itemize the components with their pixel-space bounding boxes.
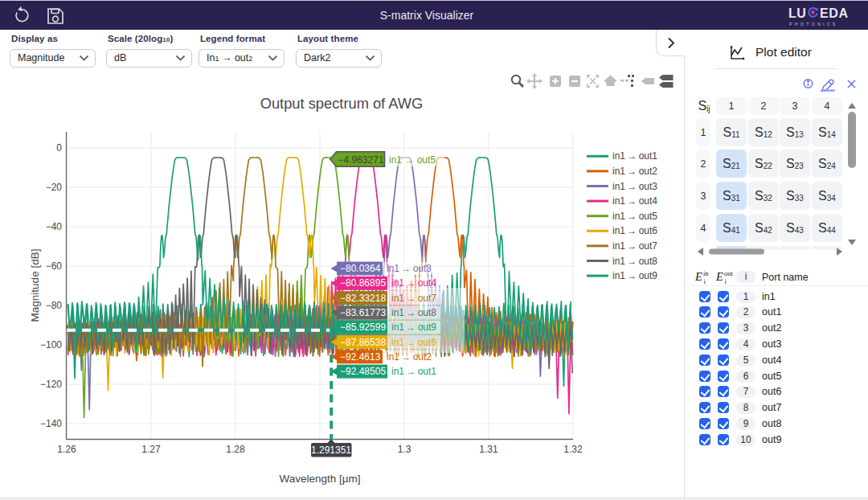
svg-text:−140: −140 <box>40 418 62 429</box>
svg-text:−92.48505: −92.48505 <box>340 366 386 377</box>
svg-text:in1 → out5: in1 → out5 <box>389 154 436 166</box>
svg-text:−87.86538: −87.86538 <box>340 337 386 348</box>
svg-text:in1 → out3: in1 → out3 <box>612 181 657 192</box>
svg-text:1.28: 1.28 <box>226 444 245 455</box>
svg-text:−120: −120 <box>40 379 62 390</box>
svg-text:in1 → out9: in1 → out9 <box>391 322 436 333</box>
svg-text:in1 → out1: in1 → out1 <box>391 366 436 377</box>
svg-text:LU: LU <box>788 6 807 20</box>
svg-text:Wavelength [µm]: Wavelength [µm] <box>279 473 360 485</box>
svg-text:in1 → out4: in1 → out4 <box>612 195 657 207</box>
svg-text:E: E <box>695 270 702 283</box>
svg-text:−100: −100 <box>40 339 62 350</box>
svg-text:1.32: 1.32 <box>563 444 583 455</box>
svg-text:−83.61773: −83.61773 <box>340 307 386 318</box>
svg-text:i: i <box>725 277 727 285</box>
svg-text:in1 → out9: in1 → out9 <box>612 270 657 281</box>
svg-text:−82.33218: −82.33218 <box>340 293 386 304</box>
svg-text:in1 → out4: in1 → out4 <box>391 277 436 289</box>
svg-text:in1 → out7: in1 → out7 <box>391 293 436 304</box>
svg-text:1.31: 1.31 <box>479 444 498 455</box>
svg-text:1.291351: 1.291351 <box>311 445 351 456</box>
svg-text:in1 → out5: in1 → out5 <box>612 211 657 222</box>
svg-text:−4.963271: −4.963271 <box>338 154 384 166</box>
svg-text:in1 → out6: in1 → out6 <box>391 337 436 348</box>
svg-text:in1 → out2: in1 → out2 <box>612 166 657 177</box>
svg-text:PHOTONICS: PHOTONICS <box>789 22 838 27</box>
svg-text:−20: −20 <box>46 182 63 193</box>
svg-text:0: 0 <box>56 142 62 154</box>
svg-text:i: i <box>704 277 706 285</box>
svg-text:out: out <box>724 269 734 277</box>
svg-text:in1 → out6: in1 → out6 <box>612 225 657 236</box>
svg-text:−40: −40 <box>46 221 63 232</box>
svg-text:−92.4613: −92.4613 <box>340 351 381 363</box>
svg-text:1.27: 1.27 <box>141 444 161 455</box>
svg-text:in1 → out3: in1 → out3 <box>387 263 432 274</box>
svg-text:−60: −60 <box>46 260 63 272</box>
svg-text:in1 → out8: in1 → out8 <box>391 307 436 318</box>
svg-text:E: E <box>715 270 723 283</box>
svg-text:Magnitude [dB]: Magnitude [dB] <box>29 249 41 322</box>
svg-text:in1 → out1: in1 → out1 <box>612 150 657 162</box>
svg-text:−85.92599: −85.92599 <box>340 322 386 333</box>
svg-text:1.3: 1.3 <box>398 444 411 455</box>
svg-text:in1 → out8: in1 → out8 <box>612 256 657 267</box>
svg-text:−80.0364: −80.0364 <box>340 263 381 274</box>
svg-text:Output spectrum of AWG: Output spectrum of AWG <box>260 95 424 112</box>
svg-text:in1 → out7: in1 → out7 <box>612 240 657 252</box>
svg-text:in1 → out2: in1 → out2 <box>387 351 432 363</box>
svg-text:−80: −80 <box>46 300 63 311</box>
svg-text:EDA: EDA <box>820 6 849 20</box>
svg-text:1.26: 1.26 <box>57 444 76 455</box>
svg-text:in: in <box>703 269 709 277</box>
svg-text:−80.86895: −80.86895 <box>340 277 386 289</box>
